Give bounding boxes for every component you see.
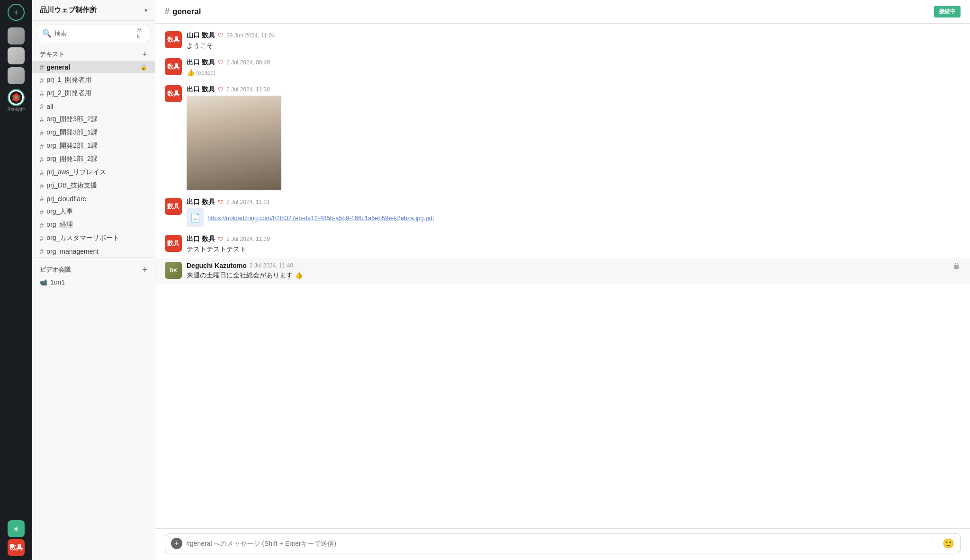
hash-icon: # <box>40 89 44 98</box>
starlight-label: Starlight <box>8 107 25 112</box>
video-channel-1on1[interactable]: 📹 1on1 <box>32 276 155 288</box>
add-workspace-button[interactable]: + <box>8 4 25 21</box>
message-author: 山口 数具 <box>187 31 215 40</box>
input-area: + 🙂 <box>155 528 970 560</box>
sidebar-item-org_開発2部_1課[interactable]: #org_開発2部_1課 <box>32 139 155 152</box>
sun-icon-button[interactable]: ☀ <box>8 520 25 537</box>
message-group-msg1: 数具山口 数具🛡29 Jun 2024, 11:04ようこそ <box>165 27 961 54</box>
file-url[interactable]: https://uploadthing.com/f/2f5327eb-da12-… <box>207 214 434 222</box>
message-text: ようこそ <box>187 41 961 51</box>
message-meta: 山口 数具🛡29 Jun 2024, 11:04 <box>187 31 961 40</box>
sidebar-item-org_開発1部_2課[interactable]: #org_開発1部_2課 <box>32 152 155 166</box>
shield-icon: 🛡 <box>218 59 224 66</box>
hash-icon: # <box>40 102 44 110</box>
workspace-name: 品川ウェブ制作所 <box>40 6 97 15</box>
workspace-header[interactable]: 品川ウェブ制作所 ▾ <box>32 0 155 21</box>
sidebar-item-prj_DB_技術支援[interactable]: #prj_DB_技術支援 <box>32 179 155 192</box>
chat-header: # general 接続中 <box>155 0 970 24</box>
hash-icon: # <box>40 129 44 137</box>
search-input-wrap[interactable]: 🔍 ⌘ K <box>38 25 149 42</box>
channel-name-label: org_開発3部_2課 <box>46 115 97 124</box>
text-section-header: テキスト + <box>32 46 155 61</box>
channel-name-label: prj_DB_技術支援 <box>46 181 97 190</box>
add-video-button[interactable]: + <box>142 266 147 274</box>
file-link[interactable]: 📄https://uploadthing.com/f/2f5327eb-da12… <box>187 208 961 227</box>
chevron-down-icon: ▾ <box>144 7 147 14</box>
message-time: 2 Jul 2024, 11:40 <box>250 262 293 269</box>
video-channel-name: 1on1 <box>50 278 65 286</box>
message-time: 2 Jul 2024, 11:39 <box>226 236 270 242</box>
message-meta: 出口 数具🛡2 Jul 2024, 11:31 <box>187 198 961 206</box>
video-section: ビデオ会議 + 📹 1on1 <box>32 258 155 292</box>
emoji-button[interactable]: 🙂 <box>943 538 954 549</box>
hash-icon: # <box>40 221 44 229</box>
message-group-msg2: 数具出口 数具🛡2 Jul 2024, 08:49👍 (edited) <box>165 54 961 81</box>
avatar: 数具 <box>165 198 182 215</box>
message-content: 出口 数具🛡2 Jul 2024, 11:31📄https://uploadth… <box>187 198 961 227</box>
sidebar-item-org_management[interactable]: #org_management <box>32 245 155 258</box>
svg-point-1 <box>15 96 18 99</box>
sidebar-item-org_カスタマーサポート[interactable]: #org_カスタマーサポート <box>32 231 155 245</box>
workspace-icon-2[interactable] <box>8 47 25 64</box>
sidebar-item-general[interactable]: #general🔒 <box>32 61 155 73</box>
hash-icon: # <box>40 182 44 190</box>
hash-icon: # <box>40 247 44 255</box>
sun-icon: ☀ <box>13 524 19 533</box>
message-image <box>187 96 281 190</box>
shield-icon: 🛡 <box>218 199 224 205</box>
hash-icon: # <box>40 169 44 177</box>
workspace-icon-1[interactable] <box>8 27 25 44</box>
message-group-msg3: 数具出口 数具🛡2 Jul 2024, 11:30 <box>165 81 961 194</box>
sidebar-item-org_開発3部_2課[interactable]: #org_開発3部_2課 <box>32 113 155 126</box>
hash-icon: # <box>40 155 44 163</box>
sidebar-item-prj_cloudflare[interactable]: #prj_cloudflare <box>32 192 155 205</box>
message-time: 2 Jul 2024, 08:49 <box>226 59 270 66</box>
sidebar-item-prj_2_開発者用[interactable]: #prj_2_開発者用 <box>32 87 155 100</box>
message-author: 出口 数具 <box>187 85 215 94</box>
hash-icon: # <box>40 63 44 71</box>
message-text: テストテストテスト <box>187 244 961 254</box>
search-shortcut: ⌘ K <box>137 27 145 39</box>
channel-name-label: org_開発3部_1課 <box>46 128 97 137</box>
search-input[interactable] <box>54 30 134 37</box>
message-input[interactable] <box>186 540 939 547</box>
channel-sidebar: 品川ウェブ制作所 ▾ 🔍 ⌘ K テキスト + #general🔒#prj_1_… <box>32 0 155 560</box>
main-content: # general 接続中 数具山口 数具🛡29 Jun 2024, 11:04… <box>155 0 970 560</box>
avatar: 数具 <box>165 58 182 75</box>
channel-name-label: org_人事 <box>46 207 73 216</box>
hash-icon: # <box>40 142 44 150</box>
sidebar-item-prj_1_開発者用[interactable]: #prj_1_開発者用 <box>32 73 155 87</box>
message-author: 出口 数具 <box>187 235 215 243</box>
attach-button[interactable]: + <box>171 538 182 549</box>
delete-message-button[interactable]: 🗑 <box>953 262 961 270</box>
sidebar-item-org_人事[interactable]: #org_人事 <box>32 205 155 218</box>
sidebar-item-all[interactable]: #all <box>32 100 155 113</box>
channel-name-label: prj_1_開発者用 <box>46 76 91 84</box>
message-content: 山口 数具🛡29 Jun 2024, 11:04ようこそ <box>187 31 961 51</box>
message-author: 出口 数具 <box>187 58 215 67</box>
sidebar-item-org_経理[interactable]: #org_経理 <box>32 218 155 231</box>
video-section-header: ビデオ会議 + <box>32 262 155 276</box>
message-time: 2 Jul 2024, 11:30 <box>226 86 270 93</box>
workspace-icon-3[interactable] <box>8 67 25 84</box>
add-channel-button[interactable]: + <box>142 50 147 59</box>
avatar: DK <box>165 262 182 279</box>
channel-name-label: org_management <box>46 248 99 255</box>
user-avatar-button[interactable]: 数具 <box>8 539 25 556</box>
starlight-workspace[interactable]: Starlight <box>8 89 25 112</box>
avatar: 数具 <box>165 235 182 252</box>
message-group-msg4: 数具出口 数具🛡2 Jul 2024, 11:31📄https://upload… <box>165 194 961 231</box>
video-icon: 📹 <box>40 279 47 286</box>
avatar: 数具 <box>165 31 182 48</box>
message-text: 👍 (edited) <box>187 68 961 78</box>
shield-icon: 🛡 <box>218 236 224 242</box>
connected-badge: 接続中 <box>934 6 961 18</box>
sidebar-item-org_開発3部_1課[interactable]: #org_開発3部_1課 <box>32 126 155 139</box>
channel-name-label: org_経理 <box>46 221 73 229</box>
message-meta: Deguchi Kazutomo2 Jul 2024, 11:40 <box>187 262 948 269</box>
edited-label: (edited) <box>195 70 216 76</box>
channel-name-label: org_カスタマーサポート <box>46 234 119 242</box>
avatar: 数具 <box>165 85 182 102</box>
sidebar-item-prj_aws_リプレイス[interactable]: #prj_aws_リプレイス <box>32 166 155 179</box>
message-group-msg5: 数具出口 数具🛡2 Jul 2024, 11:39テストテストテスト <box>165 231 961 258</box>
